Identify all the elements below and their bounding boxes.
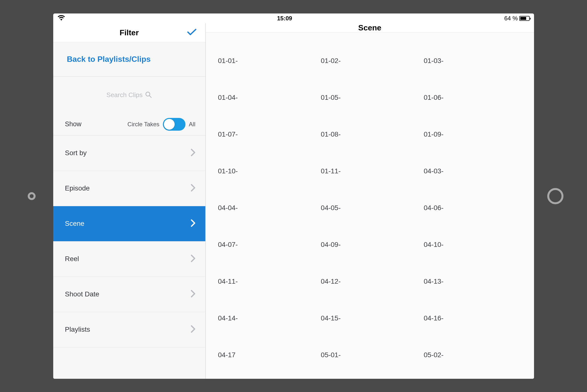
scene-item[interactable]: 04-15- [318, 314, 421, 322]
scene-item[interactable]: 04-03- [421, 167, 524, 175]
filter-label: Scene [65, 220, 84, 228]
scene-item[interactable]: 04-05- [318, 204, 421, 212]
back-to-playlists[interactable]: Back to Playlists/Clips [53, 42, 205, 77]
sidebar-header: Filter [53, 23, 205, 42]
scene-item[interactable]: 04-17 [216, 351, 318, 359]
scene-item[interactable]: 01-11- [318, 167, 421, 175]
filter-item-episode[interactable]: Episode [53, 171, 205, 206]
filter-label: Episode [65, 184, 90, 192]
scene-item[interactable]: 04-10- [421, 241, 524, 248]
scene-item[interactable]: 01-10- [216, 167, 318, 175]
battery-percent: 64 % [504, 15, 518, 22]
scene-item[interactable]: 01-08- [318, 130, 421, 138]
scene-item[interactable]: 04-16- [421, 314, 524, 322]
screen: 15:09 64 % Filter Back to Playlists/Clip… [53, 14, 534, 379]
scene-item[interactable]: 04-04- [216, 204, 318, 212]
scene-grid: 01-01-01-02-01-03-01-04-01-05-01-06-01-0… [206, 32, 534, 379]
scene-item[interactable]: 01-01- [216, 57, 318, 65]
filter-label: Reel [65, 255, 79, 263]
tablet-frame: 15:09 64 % Filter Back to Playlists/Clip… [7, 5, 580, 387]
scene-item[interactable]: 04-07- [216, 241, 318, 248]
toggle-right-label: All [189, 121, 196, 128]
filter-label: Shoot Date [65, 290, 99, 298]
main-header: Scene [206, 23, 534, 32]
toggle-knob [164, 119, 175, 130]
show-label: Show [65, 120, 82, 128]
filter-label: Sort by [65, 149, 87, 157]
scene-item[interactable]: 04-12- [318, 278, 421, 285]
scene-item[interactable]: 05-02- [421, 351, 524, 359]
chevron-right-icon [191, 219, 196, 228]
wifi-icon [58, 15, 65, 22]
scene-item[interactable]: 01-06- [421, 94, 524, 102]
status-time: 15:09 [277, 15, 292, 22]
scene-item[interactable]: 04-06- [421, 204, 524, 212]
home-button[interactable] [547, 188, 563, 204]
search-placeholder: Search Clips [107, 91, 143, 99]
filter-item-shoot-date[interactable]: Shoot Date [53, 277, 205, 312]
chevron-right-icon [191, 254, 196, 263]
chevron-right-icon [191, 184, 196, 193]
chevron-right-icon [191, 148, 196, 158]
filter-item-scene[interactable]: Scene [53, 206, 205, 242]
confirm-check-icon[interactable] [187, 28, 197, 37]
status-bar: 15:09 64 % [53, 14, 534, 23]
scene-item[interactable]: 01-07- [216, 130, 318, 138]
filter-item-reel[interactable]: Reel [53, 242, 205, 277]
search-icon [145, 91, 152, 99]
sidebar-title: Filter [120, 28, 139, 37]
scene-item[interactable]: 01-09- [421, 130, 524, 138]
scene-item[interactable]: 01-03- [421, 57, 524, 65]
chevron-right-icon [191, 290, 196, 298]
scene-item[interactable]: 04-09- [318, 241, 421, 248]
toggle-left-label: Circle Takes [128, 121, 160, 128]
main-panel: Scene 01-01-01-02-01-03-01-04-01-05-01-0… [206, 23, 534, 379]
chevron-right-icon [191, 325, 196, 334]
sidebar: Filter Back to Playlists/Clips Search Cl… [53, 23, 206, 379]
show-filter-row: Show Circle Takes All [53, 114, 205, 136]
scene-item[interactable]: 04-11- [216, 278, 318, 285]
back-link-label: Back to Playlists/Clips [67, 55, 151, 64]
main-title: Scene [358, 23, 381, 32]
filter-label: Playlists [65, 326, 90, 334]
filter-item-sort-by[interactable]: Sort by [53, 136, 205, 171]
scene-item[interactable]: 04-13- [421, 278, 524, 285]
camera-icon [28, 192, 36, 200]
filter-item-playlists[interactable]: Playlists [53, 312, 205, 348]
scene-item[interactable]: 01-05- [318, 94, 421, 102]
scene-item[interactable]: 01-02- [318, 57, 421, 65]
scene-item[interactable]: 04-14- [216, 314, 318, 322]
search-clips-input[interactable]: Search Clips [53, 77, 205, 114]
battery-icon [519, 16, 529, 21]
circle-takes-toggle[interactable] [163, 118, 185, 131]
scene-item[interactable]: 05-01- [318, 351, 421, 359]
scene-item[interactable]: 01-04- [216, 94, 318, 102]
svg-line-1 [149, 95, 151, 97]
